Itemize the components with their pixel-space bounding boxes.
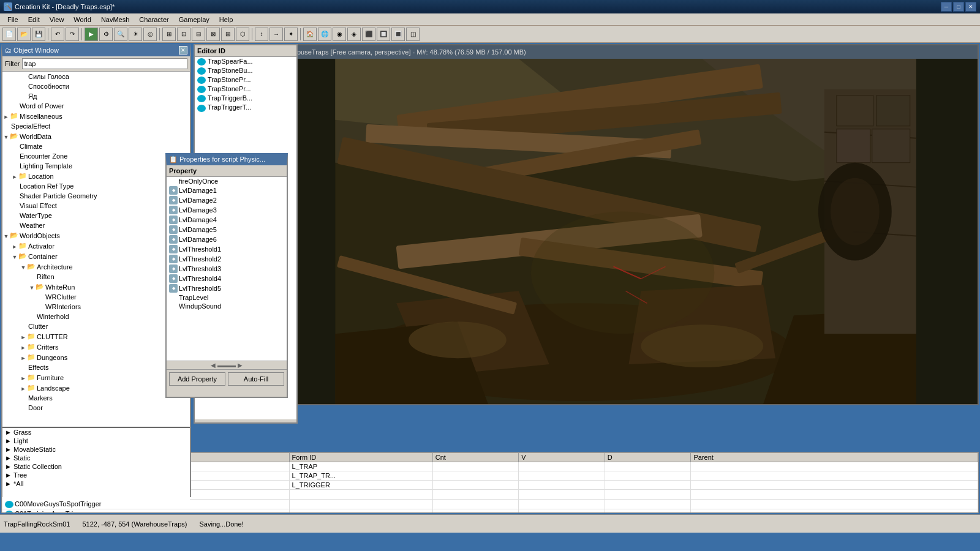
toolbar-btn-19[interactable]: ◈ [347, 28, 361, 41]
tree-item[interactable]: ► Encounter Zone [2, 151, 190, 161]
col-header-5[interactable]: D [605, 453, 691, 462]
toolbar-btn-6[interactable]: ◎ [143, 28, 157, 41]
toolbar-btn-12[interactable]: ⬡ [236, 28, 249, 41]
tree-item[interactable]: ► 📁 Furniture [2, 372, 190, 383]
property-item[interactable]: ◆LvlThreshold3 [167, 264, 287, 274]
tree-item[interactable]: ► 📁 Critters [2, 342, 190, 352]
property-item[interactable]: TrapLevel [167, 293, 287, 302]
tree-item[interactable]: ▼ 📂 WorldObjects [2, 230, 190, 241]
tree-item[interactable]: ► WRClutter [2, 292, 190, 302]
autofill-button[interactable]: Auto-Fill [228, 372, 284, 386]
tree-item[interactable]: ► 📁 Dungeons [2, 352, 190, 362]
add-property-button[interactable]: Add Property [169, 372, 225, 386]
property-item[interactable]: ◆LvlThreshold4 [167, 274, 287, 283]
tree-item[interactable]: ► WaterType [2, 211, 190, 220]
toolbar-btn-17[interactable]: 🌐 [318, 28, 331, 41]
bottom-list-item[interactable]: ►MovableStatic [2, 445, 190, 454]
toolbar-btn-4[interactable]: 🔍 [114, 28, 127, 41]
toolbar-redo[interactable]: ↷ [66, 28, 79, 41]
property-item[interactable]: WindupSound [167, 302, 287, 310]
tree-item[interactable]: ► Способности [2, 81, 190, 91]
bottom-list-item[interactable]: ►Grass [2, 428, 190, 437]
menu-world[interactable]: World [69, 15, 96, 24]
bottom-list-item[interactable]: ►*All [2, 479, 190, 488]
tree-item[interactable]: ▼ 📂 WorldData [2, 131, 190, 141]
property-item[interactable]: ◆LvlDamage2 [167, 195, 287, 205]
menu-navmesh[interactable]: NavMesh [96, 15, 134, 24]
editor-list-item[interactable]: TrapSpearFa... [195, 57, 296, 66]
property-item[interactable]: ◆LvlDamage5 [167, 225, 287, 234]
bottom-list-item[interactable]: ►Static Collection [2, 462, 190, 471]
tree-item[interactable]: ▼ 📂 Architecture [2, 261, 190, 272]
toolbar-btn-11[interactable]: ⊞ [221, 28, 235, 41]
editor-list-item[interactable]: TrapStonePr... [195, 75, 296, 84]
tree-item[interactable]: ► 📁 Miscellaneous [2, 111, 190, 121]
tree-item[interactable]: ▼ 📂 Container [2, 251, 190, 261]
toolbar-open[interactable]: 📂 [17, 28, 31, 41]
bottom-list[interactable]: ►Grass►Light►MovableStatic►Static►Static… [2, 427, 190, 500]
menu-character[interactable]: Character [134, 15, 173, 24]
tree-item[interactable]: ► Visual Effect [2, 201, 190, 211]
toolbar-btn-9[interactable]: ⊟ [192, 28, 205, 41]
menu-help[interactable]: Help [214, 15, 238, 24]
tree-item[interactable]: ► Яд [2, 91, 190, 101]
editor-list-item[interactable]: TrapStonePr... [195, 84, 296, 94]
tree-item[interactable]: ► Markers [2, 393, 190, 403]
props-list[interactable]: fireOnlyOnce◆LvlDamage1◆LvlDamage2◆LvlDa… [167, 177, 287, 361]
props-scrollbar[interactable]: ◀ ▬▬▬ ▶ [167, 361, 287, 369]
property-item[interactable]: ◆LvlThreshold2 [167, 254, 287, 264]
property-item[interactable]: ◆LvlDamage1 [167, 186, 287, 195]
menu-view[interactable]: View [45, 15, 69, 24]
toolbar-new[interactable]: 📄 [2, 28, 16, 41]
tree-item[interactable]: ► Location Ref Type [2, 181, 190, 191]
property-item[interactable]: ◆LvlDamage4 [167, 215, 287, 225]
tree-item[interactable]: ► 📁 CLUTTER [2, 331, 190, 342]
bottom-list-item[interactable]: ►Static [2, 454, 190, 462]
table-row[interactable]: C01TrainingAreaTrigger [2, 509, 978, 513]
object-window-close[interactable]: ✕ [179, 46, 187, 54]
property-item[interactable]: ◆LvlThreshold5 [167, 283, 287, 293]
property-item[interactable]: ◆LvlDamage6 [167, 234, 287, 244]
tree-item[interactable]: ► 📁 Activator [2, 241, 190, 251]
toolbar-btn-3[interactable]: ⚙ [99, 28, 113, 41]
toolbar-btn-21[interactable]: 🔲 [377, 28, 390, 41]
property-item[interactable]: fireOnlyOnce [167, 177, 287, 186]
toolbar-btn-14[interactable]: → [270, 28, 283, 41]
bottom-list-item[interactable]: ►Light [2, 437, 190, 445]
tree-item[interactable]: ► SpecialEffect [2, 121, 190, 131]
tree-item[interactable]: ► Climate [2, 141, 190, 151]
viewport-content[interactable] [274, 59, 978, 404]
toolbar-undo[interactable]: ↶ [51, 28, 64, 41]
toolbar-save[interactable]: 💾 [32, 28, 45, 41]
tree-item[interactable]: ► WRInteriors [2, 302, 190, 312]
tree-item[interactable]: ► Door [2, 403, 190, 413]
menu-edit[interactable]: Edit [23, 15, 45, 24]
editor-list-item[interactable]: TrapTriggerT... [195, 103, 296, 112]
menu-file[interactable]: File [2, 15, 23, 24]
toolbar-btn-23[interactable]: ◫ [406, 28, 420, 41]
col-header-2[interactable]: Form ID [289, 453, 432, 462]
tree-item[interactable]: ► Shader Particle Geometry [2, 191, 190, 201]
property-item[interactable]: ◆LvlThreshold1 [167, 244, 287, 254]
minimize-button[interactable]: ─ [941, 2, 952, 12]
col-header-3[interactable]: Cnt [432, 453, 519, 462]
tree-container[interactable]: ► Силы Голоса ► Способности ► Яд ► Word … [2, 72, 190, 427]
menu-gameplay[interactable]: Gameplay [174, 15, 214, 24]
tree-item[interactable]: ► 📁 Location [2, 171, 190, 181]
tree-item[interactable]: ▼ 📂 WhiteRun [2, 282, 190, 292]
toolbar-btn-13[interactable]: ↕ [255, 28, 268, 41]
property-item[interactable]: ◆LvlDamage3 [167, 205, 287, 215]
toolbar-btn-22[interactable]: 🔳 [391, 28, 405, 41]
toolbar-btn-15[interactable]: ✦ [284, 28, 298, 41]
toolbar-btn-16[interactable]: 🏠 [303, 28, 317, 41]
tree-item[interactable]: ► 📁 Landscape [2, 383, 190, 393]
filter-input[interactable] [22, 58, 187, 69]
tree-item[interactable]: ► Riften [2, 272, 190, 282]
tree-item[interactable]: ► Lighting Template [2, 161, 190, 171]
col-header-4[interactable]: V [519, 453, 605, 462]
toolbar-btn-8[interactable]: ⊡ [177, 28, 190, 41]
toolbar-run[interactable]: ▶ [85, 28, 98, 41]
tree-item[interactable]: ► Силы Голоса [2, 72, 190, 81]
toolbar-btn-10[interactable]: ⊠ [206, 28, 220, 41]
toolbar-btn-5[interactable]: ☀ [129, 28, 142, 41]
